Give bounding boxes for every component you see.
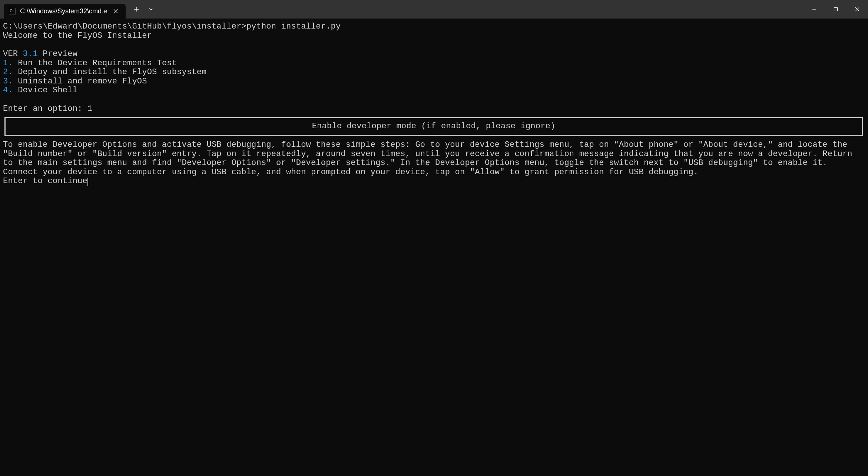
maximize-button[interactable] xyxy=(825,0,847,19)
continue-text: Enter to continue xyxy=(3,176,87,186)
menu-num: 3. xyxy=(3,77,13,86)
minimize-button[interactable] xyxy=(804,0,825,19)
menu-num: 4. xyxy=(3,86,13,95)
menu-num: 2. xyxy=(3,67,13,77)
boxed-text: Enable developer mode (if enabled, pleas… xyxy=(312,122,556,131)
tab-active[interactable]: C: C:\Windows\System32\cmd.e xyxy=(4,4,126,19)
boxed-message: Enable developer mode (if enabled, pleas… xyxy=(4,117,863,136)
svg-rect-2 xyxy=(834,8,838,11)
menu-item-4: 4. Device Shell xyxy=(3,86,865,95)
enter-option-line: Enter an option: 1 xyxy=(3,105,865,114)
version-line: VER 3.1 Preview xyxy=(3,50,865,59)
menu-label: Device Shell xyxy=(13,86,77,95)
menu-item-2: 2. Deploy and install the FlyOS subsyste… xyxy=(3,68,865,77)
terminal-body[interactable]: C:\Users\Edward\Documents\GitHub\flyos\i… xyxy=(0,19,868,190)
close-button[interactable] xyxy=(847,0,868,19)
tab-title: C:\Windows\System32\cmd.e xyxy=(20,7,107,15)
cmd-icon: C: xyxy=(9,8,16,14)
menu-item-1: 1. Run the Device Requirements Test xyxy=(3,59,865,68)
menu-item-3: 3. Uninstall and remove FlyOS xyxy=(3,77,865,86)
window-controls xyxy=(804,0,868,19)
ver-prefix: VER xyxy=(3,49,23,59)
menu-label: Uninstall and remove FlyOS xyxy=(13,77,147,86)
instructions-text: To enable Developer Options and activate… xyxy=(3,141,865,177)
prompt-line: C:\Users\Edward\Documents\GitHub\flyos\i… xyxy=(3,22,865,32)
titlebar-left: C: C:\Windows\System32\cmd.e xyxy=(0,0,158,19)
ver-suffix: Preview xyxy=(38,49,77,59)
blank-line xyxy=(3,40,865,50)
new-tab-button[interactable] xyxy=(129,0,144,19)
menu-label: Deploy and install the FlyOS subsystem xyxy=(13,67,207,77)
titlebar: C: C:\Windows\System32\cmd.e xyxy=(0,0,868,19)
blank-line xyxy=(3,95,865,105)
continue-prompt: Enter to continue xyxy=(3,177,865,186)
tab-dropdown-button[interactable] xyxy=(144,0,158,19)
welcome-line: Welcome to the FlyOS Installer xyxy=(3,32,865,41)
menu-num: 1. xyxy=(3,59,13,68)
svg-text:C:: C: xyxy=(10,9,14,13)
ver-number: 3.1 xyxy=(23,49,38,59)
tab-close-button[interactable] xyxy=(112,7,120,15)
menu-label: Run the Device Requirements Test xyxy=(13,59,177,68)
